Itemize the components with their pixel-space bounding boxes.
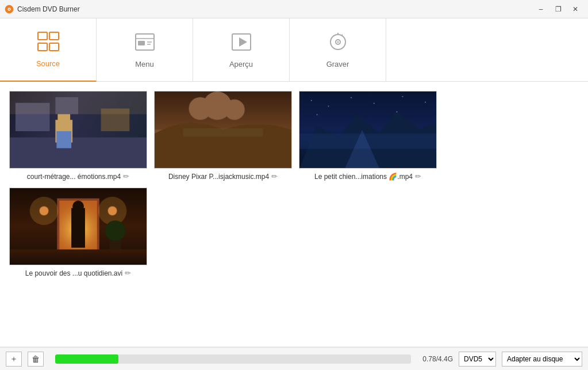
content-area: court-métrage... émotions.mp4 ✏ Disney P… bbox=[0, 82, 588, 346]
restore-button[interactable]: ❐ bbox=[550, 3, 566, 16]
svg-rect-5 bbox=[38, 43, 47, 51]
tab-graver-label: Graver bbox=[326, 60, 349, 68]
tabbar: Source Menu Aperçu bbox=[0, 18, 588, 82]
list-item: Le pouvoir des ...u quotidien.avi ✏ bbox=[9, 188, 147, 277]
video-filename: court-métrage... émotions.mp4 bbox=[27, 173, 121, 181]
trash-icon: 🗑 bbox=[32, 354, 40, 364]
source-icon bbox=[37, 31, 60, 56]
add-icon: ＋ bbox=[10, 354, 18, 364]
edit-icon[interactable]: ✏ bbox=[123, 172, 129, 181]
svg-rect-3 bbox=[38, 32, 47, 40]
list-item: Le petit chien...imations 🌈.mp4 ✏ bbox=[299, 91, 437, 181]
apercu-icon bbox=[230, 32, 253, 56]
video-filename: Disney Pixar P...isjackmusic.mp4 bbox=[168, 173, 269, 181]
svg-marker-13 bbox=[239, 37, 247, 47]
tab-menu[interactable]: Menu bbox=[97, 18, 193, 82]
video-thumbnail bbox=[9, 91, 147, 169]
adapt-select[interactable]: Adapter au disque bbox=[502, 352, 582, 367]
list-item: court-métrage... émotions.mp4 ✏ bbox=[9, 91, 147, 181]
add-button[interactable]: ＋ bbox=[6, 352, 22, 367]
progress-bar-fill bbox=[55, 354, 118, 364]
tab-source-label: Source bbox=[36, 59, 60, 68]
list-item: Disney Pixar P...isjackmusic.mp4 ✏ bbox=[154, 91, 292, 181]
titlebar-controls: – ❐ ✕ bbox=[533, 3, 583, 16]
thumb-canvas-2 bbox=[155, 91, 291, 168]
tab-apercu-label: Aperçu bbox=[229, 60, 253, 68]
svg-rect-6 bbox=[49, 43, 59, 51]
tab-apercu[interactable]: Aperçu bbox=[193, 18, 290, 82]
thumb-canvas-1 bbox=[10, 91, 147, 168]
tab-graver[interactable]: Graver bbox=[290, 18, 386, 82]
video-label: court-métrage... émotions.mp4 ✏ bbox=[27, 172, 129, 181]
edit-icon[interactable]: ✏ bbox=[125, 269, 131, 277]
edit-icon[interactable]: ✏ bbox=[271, 172, 278, 181]
video-thumbnail bbox=[299, 91, 437, 169]
storage-text: 0.78/4.4G bbox=[422, 355, 453, 363]
app-icon bbox=[5, 5, 14, 14]
video-thumbnail bbox=[154, 91, 292, 169]
video-filename: Le pouvoir des ...u quotidien.avi bbox=[25, 269, 122, 277]
minimize-button[interactable]: – bbox=[533, 3, 549, 16]
video-filename: Le petit chien...imations 🌈.mp4 bbox=[314, 173, 413, 181]
menu-icon bbox=[133, 32, 156, 56]
titlebar-left: Cisdem DVD Burner bbox=[5, 5, 80, 14]
graver-icon bbox=[326, 32, 349, 56]
video-label: Disney Pixar P...isjackmusic.mp4 ✏ bbox=[168, 172, 278, 181]
video-label: Le pouvoir des ...u quotidien.avi ✏ bbox=[25, 269, 131, 277]
tab-source[interactable]: Source bbox=[0, 18, 97, 82]
statusbar: ＋ 🗑 0.78/4.4G DVD5 DVD9 Adapter au disqu… bbox=[0, 347, 588, 370]
tab-menu-label: Menu bbox=[135, 60, 154, 68]
delete-button[interactable]: 🗑 bbox=[28, 352, 44, 367]
svg-rect-9 bbox=[138, 41, 145, 45]
thumb-canvas-4 bbox=[10, 188, 147, 265]
progress-bar-container bbox=[55, 354, 411, 364]
svg-point-16 bbox=[337, 41, 339, 43]
dvd-select[interactable]: DVD5 DVD9 bbox=[459, 352, 496, 367]
app-title: Cisdem DVD Burner bbox=[17, 5, 80, 13]
video-label: Le petit chien...imations 🌈.mp4 ✏ bbox=[314, 172, 421, 181]
edit-icon[interactable]: ✏ bbox=[415, 172, 421, 181]
video-thumbnail bbox=[9, 188, 147, 265]
titlebar: Cisdem DVD Burner – ❐ ✕ bbox=[0, 0, 588, 18]
svg-rect-4 bbox=[49, 32, 59, 40]
svg-point-2 bbox=[9, 9, 10, 10]
thumb-canvas-3 bbox=[299, 91, 436, 168]
close-button[interactable]: ✕ bbox=[567, 3, 583, 16]
